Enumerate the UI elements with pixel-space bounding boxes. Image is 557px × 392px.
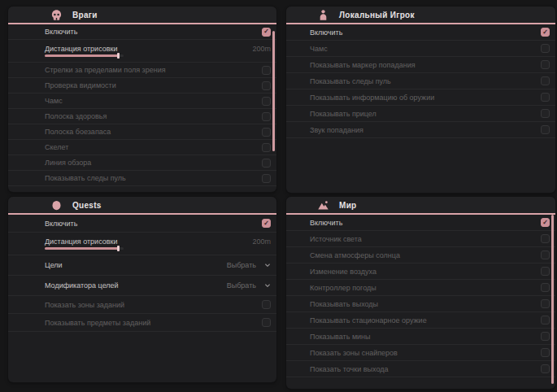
checkbox[interactable]: ✓	[541, 28, 550, 37]
dropdown[interactable]: Выбрать	[227, 261, 271, 269]
dropdown[interactable]: Выбрать	[227, 281, 271, 290]
setting-label: Показывать мины	[310, 333, 371, 341]
slider-fill	[45, 247, 119, 250]
setting-row-скелет: Скелет	[8, 140, 276, 155]
setting-row-смена-атмосферы-солнца: Смена атмосферы солнца	[286, 247, 555, 264]
checkbox[interactable]: ✓	[262, 28, 271, 37]
checkbox[interactable]	[262, 66, 271, 75]
dropdown-value: Выбрать	[227, 281, 256, 290]
checkbox[interactable]	[541, 250, 550, 259]
panel-title: Враги	[72, 11, 98, 20]
slider[interactable]	[45, 247, 124, 250]
checkbox[interactable]	[262, 300, 271, 309]
setting-label: Звук попадания	[310, 126, 363, 134]
person-icon	[317, 9, 329, 21]
checkbox[interactable]	[541, 44, 550, 53]
setting-label: Модификатора целей	[45, 281, 119, 290]
setting-label: Чамс	[45, 97, 63, 105]
setting-row-дистанция-отрисовки: Дистанция отрисовки200m	[8, 40, 276, 63]
setting-label: Контроллер погоды	[310, 284, 376, 292]
setting-row-показывать-прицел: Показывать прицел	[286, 106, 555, 122]
checkbox[interactable]	[262, 143, 271, 152]
checkbox[interactable]: ✓	[541, 218, 550, 227]
slider-value: 200m	[252, 237, 271, 246]
setting-label: Показывать маркер попадания	[310, 61, 416, 69]
setting-row-контроллер-погоды: Контроллер погоды	[286, 280, 555, 296]
checkbox[interactable]	[262, 97, 271, 106]
setting-label: Показать зоны заданий	[45, 301, 124, 309]
checkbox[interactable]	[541, 60, 550, 69]
setting-row-изменение-воздуха: Изменение воздуха	[286, 264, 555, 280]
checkbox[interactable]	[541, 93, 550, 102]
checkbox[interactable]	[541, 348, 550, 357]
setting-label: Показывать прицел	[310, 110, 376, 118]
panel-enemies-rows: Включить✓Дистанция отрисовки200mСтрелки …	[8, 24, 276, 186]
panel-world-header: Мир	[286, 197, 555, 215]
setting-row-полоска-боезапаса: Полоска боезапаса	[8, 124, 276, 140]
checkbox[interactable]	[541, 109, 550, 118]
checkbox[interactable]	[262, 81, 271, 90]
slider[interactable]	[45, 54, 124, 57]
setting-label: Проверка видимости	[45, 81, 116, 89]
checkbox[interactable]	[262, 128, 271, 137]
panel-quests: Quests Включить✓Дистанция отрисовки200mЦ…	[8, 197, 276, 382]
panel-quests-rows: Включить✓Дистанция отрисовки200mЦелиВыбр…	[8, 215, 276, 332]
setting-row-показывать-маркер-попадания: Показывать маркер попадания	[286, 57, 555, 73]
checkbox[interactable]: ✓	[262, 219, 271, 228]
setting-label: Полоска здоровья	[45, 112, 107, 120]
panel-enemies: Враги Включить✓Дистанция отрисовки200mСт…	[8, 7, 276, 192]
setting-label: Показывать стационарное оружие	[310, 316, 427, 324]
panel-enemies-header: Враги	[8, 7, 276, 24]
setting-row-модификатора-целей: Модификатора целейВыбрать	[8, 276, 276, 296]
checkbox[interactable]	[541, 364, 550, 373]
checkbox[interactable]	[262, 318, 271, 327]
setting-label: Показывать информацию об оружии	[310, 94, 434, 102]
panel-quests-header: Quests	[8, 197, 276, 215]
checkbox[interactable]	[262, 112, 271, 121]
scrollbar-thumb[interactable]	[272, 31, 275, 151]
setting-label: Источник света	[310, 235, 362, 243]
slider-row-top: Дистанция отрисовки200m	[45, 237, 271, 246]
checkbox[interactable]	[541, 234, 550, 243]
panel-title: Мир	[339, 201, 357, 210]
checkbox[interactable]	[262, 159, 271, 168]
panel-world: Мир Включить✓Источник светаСмена атмосфе…	[286, 197, 555, 389]
dropdown-value: Выбрать	[227, 261, 256, 269]
checkbox[interactable]	[541, 332, 550, 341]
setting-row-показывать-следы-пуль: Показывать следы пуль	[8, 171, 276, 186]
chevron-down-icon	[264, 282, 271, 289]
slider-thumb[interactable]	[117, 246, 120, 251]
checkbox[interactable]	[262, 174, 271, 183]
setting-row-стрелки-за-пределами-поля-зрения: Стрелки за пределами поля зрения	[8, 63, 276, 78]
setting-row-показывать-следы-пуль: Показывать следы пуль	[286, 73, 555, 89]
setting-label: Чамс	[310, 45, 328, 53]
setting-row-проверка-видимости: Проверка видимости	[8, 78, 276, 94]
skull-icon	[50, 9, 63, 21]
slider-row-top: Дистанция отрисовки200m	[45, 45, 271, 53]
setting-label: Включить	[45, 28, 77, 36]
checkbox[interactable]	[541, 76, 550, 85]
setting-row-показывать-стационарное-оружие: Показывать стационарное оружие	[286, 312, 555, 329]
setting-row-источник-света: Источник света	[286, 231, 555, 247]
panel-title: Quests	[72, 201, 102, 210]
setting-row-показать-зоны-заданий: Показать зоны заданий	[8, 296, 276, 314]
setting-row-показать-зоны-снайперов: Показать зоны снайперов	[286, 345, 555, 361]
checkbox[interactable]	[541, 283, 550, 292]
slider-value: 200m	[252, 45, 271, 53]
setting-label: Скелет	[45, 143, 68, 151]
checkbox[interactable]	[541, 267, 550, 276]
scrollbar-thumb[interactable]	[551, 215, 554, 384]
setting-label: Полоска боезапаса	[45, 128, 111, 136]
panel-local-player: Локальный Игрок Включить✓ЧамсПоказывать …	[286, 7, 555, 193]
setting-label: Показывать следы пуль	[310, 77, 391, 85]
checkbox[interactable]	[541, 299, 550, 308]
checkbox[interactable]	[541, 316, 550, 324]
panel-title: Локальный Игрок	[339, 11, 415, 20]
setting-row-цели: ЦелиВыбрать	[8, 255, 276, 276]
setting-row-включить: Включить✓	[286, 215, 555, 231]
setting-label: Дистанция отрисовки	[45, 45, 118, 53]
setting-row-линия-обзора: Линия обзора	[8, 155, 276, 171]
slider-thumb[interactable]	[117, 53, 120, 59]
checkbox[interactable]	[541, 125, 550, 134]
panel-local-player-header: Локальный Игрок	[286, 7, 555, 24]
